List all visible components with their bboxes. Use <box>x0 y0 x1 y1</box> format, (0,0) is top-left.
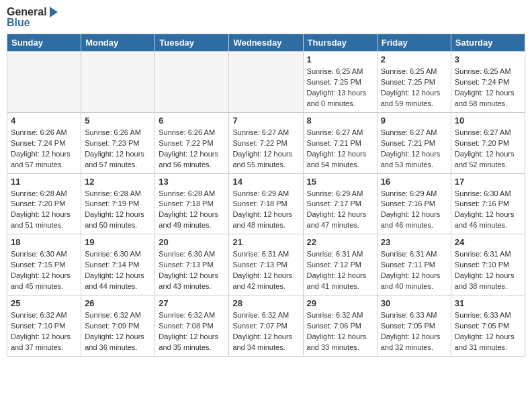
day-number: 12 <box>85 177 151 187</box>
day-number: 13 <box>159 177 225 187</box>
weekday-tuesday: Tuesday <box>155 34 229 52</box>
day-number: 16 <box>381 177 447 187</box>
calendar-cell: 29Sunrise: 6:32 AM Sunset: 7:06 PM Dayli… <box>303 295 377 357</box>
calendar-cell: 8Sunrise: 6:27 AM Sunset: 7:21 PM Daylig… <box>303 112 377 173</box>
calendar-cell: 18Sunrise: 6:30 AM Sunset: 7:15 PM Dayli… <box>7 234 81 295</box>
day-number: 29 <box>307 298 373 308</box>
calendar-cell: 4Sunrise: 6:26 AM Sunset: 7:24 PM Daylig… <box>7 112 81 173</box>
day-info: Sunrise: 6:30 AM Sunset: 7:14 PM Dayligh… <box>85 249 151 292</box>
calendar-cell: 3Sunrise: 6:25 AM Sunset: 7:24 PM Daylig… <box>451 52 525 113</box>
day-info: Sunrise: 6:28 AM Sunset: 7:18 PM Dayligh… <box>159 189 225 232</box>
weekday-monday: Monday <box>81 34 155 52</box>
day-info: Sunrise: 6:33 AM Sunset: 7:05 PM Dayligh… <box>381 310 447 353</box>
calendar-table: SundayMondayTuesdayWednesdayThursdayFrid… <box>7 34 525 357</box>
day-info: Sunrise: 6:28 AM Sunset: 7:19 PM Dayligh… <box>85 189 151 232</box>
day-number: 19 <box>85 237 151 247</box>
calendar-cell: 20Sunrise: 6:30 AM Sunset: 7:13 PM Dayli… <box>155 234 229 295</box>
day-number: 18 <box>11 237 77 247</box>
calendar-cell: 21Sunrise: 6:31 AM Sunset: 7:13 PM Dayli… <box>229 234 303 295</box>
week-row-1: 4Sunrise: 6:26 AM Sunset: 7:24 PM Daylig… <box>7 112 525 173</box>
day-info: Sunrise: 6:31 AM Sunset: 7:12 PM Dayligh… <box>307 249 373 292</box>
week-row-4: 25Sunrise: 6:32 AM Sunset: 7:10 PM Dayli… <box>7 295 525 357</box>
day-number: 11 <box>11 177 77 187</box>
day-number: 8 <box>307 116 373 126</box>
calendar-cell <box>155 52 229 113</box>
day-info: Sunrise: 6:32 AM Sunset: 7:08 PM Dayligh… <box>159 310 225 353</box>
weekday-saturday: Saturday <box>451 34 525 52</box>
day-info: Sunrise: 6:29 AM Sunset: 7:17 PM Dayligh… <box>307 189 373 232</box>
calendar-cell <box>81 52 155 113</box>
logo-blue-text: Blue <box>7 17 58 28</box>
week-row-2: 11Sunrise: 6:28 AM Sunset: 7:20 PM Dayli… <box>7 173 525 234</box>
day-number: 3 <box>455 54 521 64</box>
day-number: 31 <box>455 298 521 308</box>
day-info: Sunrise: 6:27 AM Sunset: 7:21 PM Dayligh… <box>307 128 373 171</box>
calendar-cell: 13Sunrise: 6:28 AM Sunset: 7:18 PM Dayli… <box>155 173 229 234</box>
weekday-header-row: SundayMondayTuesdayWednesdayThursdayFrid… <box>7 34 525 52</box>
day-number: 20 <box>159 237 225 247</box>
day-info: Sunrise: 6:33 AM Sunset: 7:05 PM Dayligh… <box>455 310 521 353</box>
weekday-wednesday: Wednesday <box>229 34 303 52</box>
day-info: Sunrise: 6:30 AM Sunset: 7:16 PM Dayligh… <box>455 189 521 232</box>
day-info: Sunrise: 6:32 AM Sunset: 7:06 PM Dayligh… <box>307 310 373 353</box>
day-number: 26 <box>85 298 151 308</box>
day-info: Sunrise: 6:31 AM Sunset: 7:10 PM Dayligh… <box>455 249 521 292</box>
calendar-cell <box>229 52 303 113</box>
calendar-cell: 12Sunrise: 6:28 AM Sunset: 7:19 PM Dayli… <box>81 173 155 234</box>
day-info: Sunrise: 6:29 AM Sunset: 7:16 PM Dayligh… <box>381 189 447 232</box>
calendar-cell: 17Sunrise: 6:30 AM Sunset: 7:16 PM Dayli… <box>451 173 525 234</box>
day-number: 9 <box>381 116 447 126</box>
calendar-cell: 1Sunrise: 6:25 AM Sunset: 7:25 PM Daylig… <box>303 52 377 113</box>
day-number: 10 <box>455 116 521 126</box>
calendar-body: 1Sunrise: 6:25 AM Sunset: 7:25 PM Daylig… <box>7 52 525 357</box>
day-number: 15 <box>307 177 373 187</box>
day-number: 22 <box>307 237 373 247</box>
day-info: Sunrise: 6:29 AM Sunset: 7:18 PM Dayligh… <box>232 189 299 232</box>
day-number: 27 <box>159 298 225 308</box>
calendar-cell: 22Sunrise: 6:31 AM Sunset: 7:12 PM Dayli… <box>303 234 377 295</box>
day-info: Sunrise: 6:31 AM Sunset: 7:11 PM Dayligh… <box>381 249 447 292</box>
day-info: Sunrise: 6:26 AM Sunset: 7:24 PM Dayligh… <box>11 128 77 171</box>
calendar-cell: 24Sunrise: 6:31 AM Sunset: 7:10 PM Dayli… <box>451 234 525 295</box>
day-number: 2 <box>381 54 447 64</box>
week-row-3: 18Sunrise: 6:30 AM Sunset: 7:15 PM Dayli… <box>7 234 525 295</box>
calendar-cell: 28Sunrise: 6:32 AM Sunset: 7:07 PM Dayli… <box>229 295 303 357</box>
day-info: Sunrise: 6:27 AM Sunset: 7:20 PM Dayligh… <box>455 128 521 171</box>
day-info: Sunrise: 6:32 AM Sunset: 7:07 PM Dayligh… <box>232 310 299 353</box>
day-info: Sunrise: 6:31 AM Sunset: 7:13 PM Dayligh… <box>232 249 299 292</box>
day-info: Sunrise: 6:27 AM Sunset: 7:21 PM Dayligh… <box>381 128 447 171</box>
calendar-cell: 15Sunrise: 6:29 AM Sunset: 7:17 PM Dayli… <box>303 173 377 234</box>
day-number: 23 <box>381 237 447 247</box>
day-info: Sunrise: 6:27 AM Sunset: 7:22 PM Dayligh… <box>232 128 299 171</box>
calendar-cell: 2Sunrise: 6:25 AM Sunset: 7:25 PM Daylig… <box>377 52 451 113</box>
logo-box: General Blue <box>7 7 58 28</box>
calendar-cell: 16Sunrise: 6:29 AM Sunset: 7:16 PM Dayli… <box>377 173 451 234</box>
calendar-cell: 14Sunrise: 6:29 AM Sunset: 7:18 PM Dayli… <box>229 173 303 234</box>
day-number: 6 <box>159 116 225 126</box>
calendar-cell <box>7 52 81 113</box>
calendar-cell: 5Sunrise: 6:26 AM Sunset: 7:23 PM Daylig… <box>81 112 155 173</box>
day-info: Sunrise: 6:32 AM Sunset: 7:10 PM Dayligh… <box>11 310 77 353</box>
calendar-cell: 26Sunrise: 6:32 AM Sunset: 7:09 PM Dayli… <box>81 295 155 357</box>
logo: General Blue <box>7 7 58 28</box>
day-info: Sunrise: 6:25 AM Sunset: 7:25 PM Dayligh… <box>381 66 447 109</box>
weekday-thursday: Thursday <box>303 34 377 52</box>
weekday-sunday: Sunday <box>7 34 81 52</box>
day-info: Sunrise: 6:26 AM Sunset: 7:23 PM Dayligh… <box>85 128 151 171</box>
calendar-cell: 11Sunrise: 6:28 AM Sunset: 7:20 PM Dayli… <box>7 173 81 234</box>
day-number: 25 <box>11 298 77 308</box>
calendar-cell: 25Sunrise: 6:32 AM Sunset: 7:10 PM Dayli… <box>7 295 81 357</box>
day-info: Sunrise: 6:30 AM Sunset: 7:15 PM Dayligh… <box>11 249 77 292</box>
day-info: Sunrise: 6:32 AM Sunset: 7:09 PM Dayligh… <box>85 310 151 353</box>
day-info: Sunrise: 6:25 AM Sunset: 7:24 PM Dayligh… <box>455 66 521 109</box>
calendar-cell: 31Sunrise: 6:33 AM Sunset: 7:05 PM Dayli… <box>451 295 525 357</box>
day-number: 21 <box>232 237 299 247</box>
page-header: General Blue <box>7 7 525 28</box>
day-number: 5 <box>85 116 151 126</box>
day-info: Sunrise: 6:26 AM Sunset: 7:22 PM Dayligh… <box>159 128 225 171</box>
day-number: 24 <box>455 237 521 247</box>
logo-general-text: General <box>7 7 47 17</box>
calendar-cell: 7Sunrise: 6:27 AM Sunset: 7:22 PM Daylig… <box>229 112 303 173</box>
day-number: 4 <box>11 116 77 126</box>
day-number: 14 <box>232 177 299 187</box>
